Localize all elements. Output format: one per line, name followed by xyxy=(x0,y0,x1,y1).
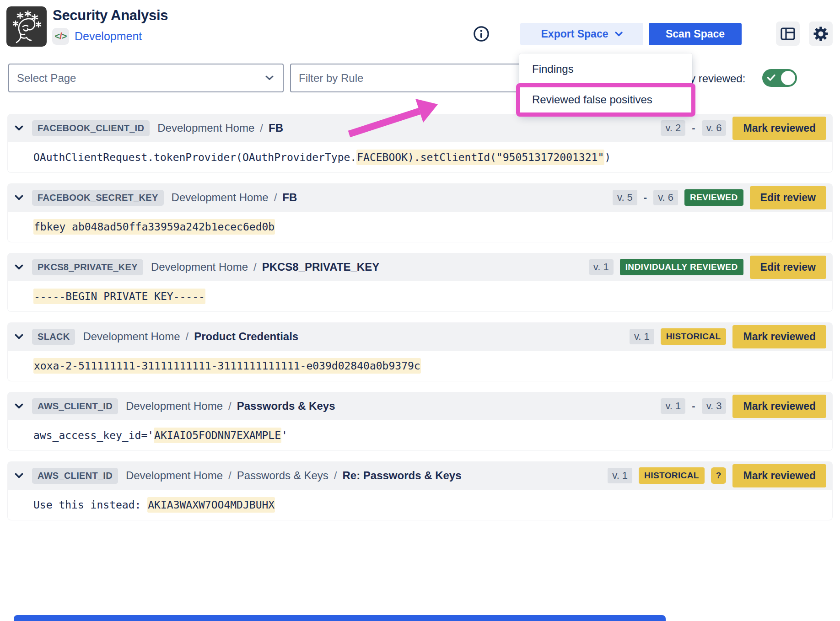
code-segment: ' xyxy=(281,429,288,441)
secret-highlight: fbkey ab048ad50ffa33959a242b1ecec6ed0b xyxy=(33,219,275,235)
filter-by-rule-placeholder: Filter by Rule xyxy=(291,72,547,85)
chevron-down-icon[interactable] xyxy=(15,125,23,131)
breadcrumb-separator: / xyxy=(260,122,263,134)
breadcrumb-item: FB xyxy=(269,122,283,134)
finding-header: PKCS8_PRIVATE_KEYDevelopment Home/PKCS8_… xyxy=(7,253,833,281)
finding-snippet: fbkey ab048ad50ffa33959a242b1ecec6ed0b xyxy=(7,212,833,242)
finding-header-actions: v. 1-v. 3Mark reviewed xyxy=(661,395,826,418)
reviewed-toggle[interactable] xyxy=(762,69,797,87)
menu-item-reviewed-false-positives[interactable]: Reviewed false positives xyxy=(519,84,692,115)
code-icon-lt: < xyxy=(55,31,60,42)
code-line: aws_access_key_id='AKIAIO5FODNN7EXAMPLE' xyxy=(33,429,288,441)
finding-card: AWS_CLIENT_IDDevelopment Home/Passwords … xyxy=(7,392,833,451)
breadcrumb-item: Development Home xyxy=(157,122,254,134)
status-badge: HISTORICAL xyxy=(639,467,705,484)
finding-header-actions: v. 1INDIVIDUALLY REVIEWEDEdit review xyxy=(589,256,826,279)
breadcrumb: Development Home/FB xyxy=(172,191,297,204)
select-page-dropdown[interactable]: Select Page xyxy=(8,64,284,92)
breadcrumb: Development Home/Passwords & Keys/Re: Pa… xyxy=(126,469,462,482)
version-badge: v. 1 xyxy=(608,468,632,483)
check-icon xyxy=(767,74,775,81)
mark-reviewed-button[interactable]: Mark reviewed xyxy=(732,395,826,418)
reviewed-toggle-label: y reviewed: xyxy=(690,72,745,85)
version-range-dash: - xyxy=(644,192,647,203)
breadcrumb-item: Development Home xyxy=(172,191,269,204)
security-analysis-page: Security Analysis </> Development Export… xyxy=(0,0,840,621)
code-segment: Use this instead: xyxy=(33,499,147,511)
version-badge: v. 1 xyxy=(589,259,614,275)
secret-highlight: FACEBOOK).setClientId("950513172001321" xyxy=(356,150,604,165)
finding-header-actions: v. 1HISTORICALMark reviewed xyxy=(630,325,826,348)
breadcrumb-separator: / xyxy=(334,469,337,482)
code-icon-gt: > xyxy=(62,31,67,42)
code-segment: aws_access_key_id=' xyxy=(33,429,154,441)
code-segment: ) xyxy=(604,151,611,163)
finding-card: FACEBOOK_CLIENT_IDDevelopment Home/FBv. … xyxy=(7,114,833,173)
app-logo xyxy=(6,6,47,47)
version-badge: v. 6 xyxy=(653,190,678,205)
layout-panel-icon[interactable] xyxy=(776,21,800,46)
chevron-down-icon[interactable] xyxy=(15,195,23,200)
breadcrumb-item: Development Home xyxy=(126,469,223,482)
breadcrumb-item: Development Home xyxy=(151,261,248,273)
finding-card: PKCS8_PRIVATE_KEYDevelopment Home/PKCS8_… xyxy=(7,253,833,312)
breadcrumb-separator: / xyxy=(274,191,277,204)
breadcrumb-item: Passwords & Keys xyxy=(237,400,335,412)
code-line: xoxa-2-511111111-31111111111-31111111111… xyxy=(33,360,421,372)
finding-card: FACEBOOK_SECRET_KEYDevelopment Home/FBv.… xyxy=(7,183,833,242)
code-line: fbkey ab048ad50ffa33959a242b1ecec6ed0b xyxy=(33,221,275,233)
rule-badge: PKCS8_PRIVATE_KEY xyxy=(32,259,143,275)
rule-badge: SLACK xyxy=(32,329,75,345)
breadcrumb-item: Passwords & Keys xyxy=(237,469,328,482)
findings-list: FACEBOOK_CLIENT_IDDevelopment Home/FBv. … xyxy=(7,114,833,520)
finding-header: FACEBOOK_CLIENT_IDDevelopment Home/FBv. … xyxy=(7,114,833,142)
scan-space-button[interactable]: Scan Space xyxy=(649,23,742,45)
finding-snippet: Use this instead: AKIA3WAXW7OO4MDJBUHX xyxy=(7,490,833,520)
space-row: </> Development xyxy=(52,28,142,45)
help-icon[interactable]: ? xyxy=(711,467,727,484)
code-line: Use this instead: AKIA3WAXW7OO4MDJBUHX xyxy=(33,499,275,511)
breadcrumb-item: Product Credentials xyxy=(194,330,298,343)
version-badge: v. 6 xyxy=(702,120,727,136)
mark-reviewed-button[interactable]: Mark reviewed xyxy=(732,464,826,487)
secret-highlight: AKIAIO5FODNN7EXAMPLE xyxy=(154,428,281,443)
rule-badge: FACEBOOK_SECRET_KEY xyxy=(32,190,164,206)
menu-item-findings[interactable]: Findings xyxy=(519,54,692,84)
secret-highlight: AKIA3WAXW7OO4MDJBUHX xyxy=(147,497,275,513)
settings-gear-icon[interactable] xyxy=(809,21,833,46)
chevron-down-icon[interactable] xyxy=(15,473,23,478)
finding-header-actions: v. 5-v. 6REVIEWEDEdit review xyxy=(613,186,826,209)
mark-reviewed-button[interactable]: Mark reviewed xyxy=(732,117,826,140)
export-space-button[interactable]: Export Space xyxy=(520,23,643,45)
version-badge: v. 1 xyxy=(661,398,685,414)
finding-header: FACEBOOK_SECRET_KEYDevelopment Home/FBv.… xyxy=(7,183,833,212)
breadcrumb: Development Home/Product Credentials xyxy=(83,330,298,343)
secret-highlight: xoxa-2-511111111-31111111111-31111111111… xyxy=(33,358,421,374)
breadcrumb: Development Home/PKCS8_PRIVATE_KEY xyxy=(151,261,379,273)
finding-header-actions: v. 1HISTORICAL?Mark reviewed xyxy=(608,464,826,487)
chevron-down-icon[interactable] xyxy=(15,403,23,409)
code-icon: </> xyxy=(52,28,69,45)
finding-snippet: xoxa-2-511111111-31111111111-31111111111… xyxy=(7,351,833,381)
select-page-placeholder: Select Page xyxy=(9,72,265,85)
chevron-down-icon[interactable] xyxy=(15,264,23,270)
mark-reviewed-button[interactable]: Mark reviewed xyxy=(732,325,826,348)
export-space-label: Export Space xyxy=(541,28,608,40)
edit-review-button[interactable]: Edit review xyxy=(750,256,826,279)
chevron-down-icon[interactable] xyxy=(15,334,23,339)
version-badge: v. 2 xyxy=(661,120,685,136)
finding-header: SLACKDevelopment Home/Product Credential… xyxy=(7,322,833,351)
info-icon[interactable] xyxy=(473,25,490,43)
rule-badge: AWS_CLIENT_ID xyxy=(32,398,118,414)
rule-badge: FACEBOOK_CLIENT_ID xyxy=(32,120,150,136)
secret-highlight: -----BEGIN PRIVATE KEY----- xyxy=(33,289,205,304)
finding-header-actions: v. 2-v. 6Mark reviewed xyxy=(661,117,826,140)
breadcrumb-item: Re: Passwords & Keys xyxy=(342,469,461,482)
version-badge: v. 3 xyxy=(702,398,727,414)
space-link[interactable]: Development xyxy=(75,30,142,43)
chevron-down-icon xyxy=(615,32,623,37)
edit-review-button[interactable]: Edit review xyxy=(750,186,826,209)
status-badge: HISTORICAL xyxy=(661,328,727,345)
breadcrumb-item: PKCS8_PRIVATE_KEY xyxy=(262,261,380,273)
export-menu: Findings Reviewed false positives xyxy=(519,54,692,115)
